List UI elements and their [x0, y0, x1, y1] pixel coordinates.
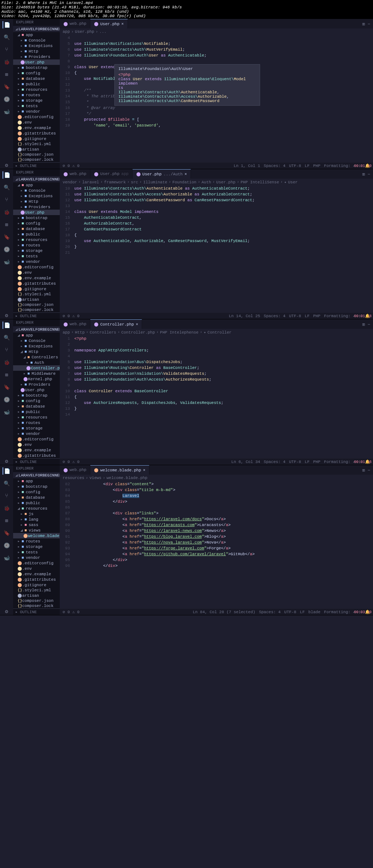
extensions-icon[interactable]: ⊞: [3, 371, 10, 378]
folder-database[interactable]: ▸■database: [13, 495, 60, 500]
close-icon[interactable]: ×: [184, 172, 187, 176]
bookmarks-icon[interactable]: 🔖: [3, 233, 10, 241]
folder-routes[interactable]: ▸■routes: [13, 92, 60, 98]
file-gitignore[interactable]: ⬤.gitignore: [13, 136, 60, 141]
timeline-icon[interactable]: 🕘: [3, 96, 10, 103]
folder-js[interactable]: ▸■js: [13, 511, 60, 517]
encoding-indicator[interactable]: UTF-8: [289, 314, 301, 318]
outline-section[interactable]: ▸ OUTLINE: [13, 608, 60, 615]
folder-http[interactable]: ◢■Http: [13, 349, 60, 354]
eol-indicator[interactable]: LF: [305, 460, 310, 464]
cursor-position[interactable]: Ln 84, Col 28 (7 selected): [193, 610, 255, 614]
file-env[interactable]: ⬤.env: [13, 270, 60, 275]
code-area[interactable]: 45678910111213141516171819 use Illuminat…: [60, 35, 373, 163]
search-icon[interactable]: 🔍: [3, 34, 10, 41]
source-control-icon[interactable]: ⑂: [3, 346, 10, 354]
docker-icon[interactable]: 🐋: [3, 554, 10, 561]
outline-section[interactable]: ▸ OUTLINE: [13, 162, 60, 169]
formatting-indicator[interactable]: Formatting: ✓: [324, 163, 356, 168]
cursor-position[interactable]: Ln 14, Col 25: [229, 314, 260, 318]
file-env-example[interactable]: ⬤.env.example: [13, 571, 60, 577]
spaces-indicator[interactable]: Spaces: 4: [259, 610, 280, 614]
folder-resources[interactable]: ▸■resources: [13, 414, 60, 420]
tab-controller-php[interactable]: ⬤Controller.php×: [90, 319, 142, 329]
project-name[interactable]: ◢LARAVELFORBEGINNER: [13, 472, 60, 478]
file-artisan[interactable]: ⬤artisan: [13, 147, 60, 152]
folder-app[interactable]: ◢■app: [13, 332, 60, 338]
file-styleci[interactable]: {}.styleci.yml: [13, 292, 60, 297]
breadcrumb[interactable]: resources › views › welcome.blade.php: [60, 475, 373, 481]
folder-lang[interactable]: ▸■lang: [13, 517, 60, 522]
timeline-icon[interactable]: 🕘: [3, 246, 10, 253]
file-env-example[interactable]: ⬤.env.example: [13, 447, 60, 453]
tab-welcome-blade[interactable]: ⬤welcome.blade.php×: [90, 465, 149, 475]
tab-web-php[interactable]: ⬤web.php: [60, 319, 90, 329]
search-icon[interactable]: 🔍: [3, 184, 10, 191]
language-indicator[interactable]: PHP: [313, 314, 321, 318]
code-area[interactable]: 1234567891011121314 <?php namespace App\…: [60, 336, 373, 459]
formatting-indicator[interactable]: Formatting: ✓: [324, 459, 356, 464]
file-gitattributes[interactable]: ⬤.gitattributes: [13, 131, 60, 136]
folder-config[interactable]: ▸■config: [13, 221, 60, 226]
folder-app[interactable]: ◢■app: [13, 182, 60, 188]
split-icon[interactable]: ▥: [362, 172, 365, 176]
file-styleci[interactable]: {}.styleci.yml: [13, 141, 60, 147]
docker-icon[interactable]: 🐋: [3, 108, 10, 115]
file-gitattributes[interactable]: ⬤.gitattributes: [13, 281, 60, 286]
encoding-indicator[interactable]: UTF-8: [289, 460, 301, 464]
folder-storage[interactable]: ▸■storage: [13, 248, 60, 253]
code-area[interactable]: 101112131415161718192021 use Illuminate\…: [60, 186, 373, 313]
file-composer-json[interactable]: {}composer.json: [13, 598, 60, 603]
more-icon[interactable]: ⋯: [368, 322, 370, 327]
file-user-php[interactable]: ⬤User.php: [13, 210, 60, 215]
folder-routes[interactable]: ▸■routes: [13, 538, 60, 544]
file-welcome-blade[interactable]: ⬤welcome.blade.php: [13, 533, 60, 538]
formatting-indicator[interactable]: Formatting: ✓: [324, 314, 356, 318]
file-kernel-php[interactable]: ⬤Kernel.php: [13, 376, 60, 382]
folder-config[interactable]: ▸■config: [13, 398, 60, 404]
folder-console[interactable]: ▸■Console: [13, 338, 60, 343]
file-composer-lock[interactable]: {}composer.lock: [13, 603, 60, 608]
folder-resources[interactable]: ▸■resources: [13, 87, 60, 92]
settings-icon[interactable]: ⚙: [3, 312, 10, 319]
folder-sass[interactable]: ▸■sass: [13, 522, 60, 528]
errors-badge[interactable]: ⊘ 0 ⚠ 0: [63, 163, 79, 168]
file-editorconfig[interactable]: ⬤.editorconfig: [13, 560, 60, 566]
more-icon[interactable]: ⋯: [368, 468, 370, 472]
settings-icon[interactable]: ⚙: [3, 458, 10, 465]
folder-database[interactable]: ▸■database: [13, 404, 60, 409]
search-icon[interactable]: 🔍: [3, 334, 10, 341]
folder-storage[interactable]: ▸■storage: [13, 98, 60, 103]
folder-bootstrap[interactable]: ▸■bootstrap: [13, 65, 60, 70]
file-editorconfig[interactable]: ⬤.editorconfig: [13, 264, 60, 270]
source-control-icon[interactable]: ⑂: [3, 46, 10, 53]
folder-public[interactable]: ▸■public: [13, 500, 60, 506]
tab-web-php[interactable]: ⬤web.php: [60, 465, 90, 475]
spaces-indicator[interactable]: Spaces: 4: [264, 314, 285, 318]
folder-app[interactable]: ◢■app: [13, 32, 60, 38]
extensions-icon[interactable]: ⊞: [3, 71, 10, 78]
errors-badge[interactable]: ⊘ 0 ⚠ 0: [63, 314, 79, 318]
folder-http[interactable]: ▸■Http: [13, 48, 60, 54]
code-lines[interactable]: use Illuminate\Notifications\Notifiable;…: [74, 35, 373, 163]
folder-database[interactable]: ▸■database: [13, 226, 60, 231]
folder-tests[interactable]: ▸■tests: [13, 253, 60, 259]
folder-routes[interactable]: ▸■routes: [13, 242, 60, 248]
encoding-indicator[interactable]: UTF-8: [284, 610, 296, 614]
language-indicator[interactable]: blade: [309, 610, 321, 614]
docker-icon[interactable]: 🐋: [3, 408, 10, 416]
tab-user-php[interactable]: ⬤User.php×: [90, 19, 127, 28]
folder-middleware[interactable]: ▸■Middleware: [13, 371, 60, 376]
explorer-icon[interactable]: 📄: [3, 21, 10, 28]
folder-resources[interactable]: ◢■resources: [13, 506, 60, 511]
bookmarks-icon[interactable]: 🔖: [3, 529, 10, 537]
outline-section[interactable]: ▸ OUTLINE: [13, 458, 60, 465]
file-composer-json[interactable]: {}composer.json: [13, 152, 60, 157]
explorer-icon[interactable]: 📄: [3, 322, 10, 329]
timeline-icon[interactable]: 🕘: [3, 542, 10, 549]
bookmarks-icon[interactable]: 🔖: [3, 83, 10, 90]
folder-vendor[interactable]: ▸■vendor: [13, 555, 60, 560]
file-composer-lock[interactable]: {}composer.lock: [13, 157, 60, 162]
extensions-icon[interactable]: ⊞: [3, 517, 10, 524]
split-icon[interactable]: ▥: [362, 22, 365, 26]
